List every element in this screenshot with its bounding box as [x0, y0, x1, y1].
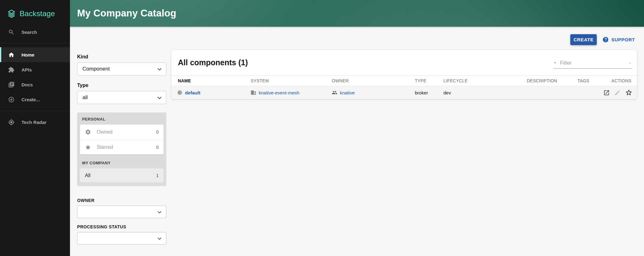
name-cell: default — [171, 90, 251, 95]
processing-status-filter-label: PROCESSING STATUS — [77, 224, 166, 229]
backstage-catalog-page: Backstage Search Home APIs Docs Create..… — [0, 0, 644, 256]
sidebar-divider — [0, 111, 70, 111]
brand-logo[interactable]: Backstage — [0, 0, 70, 20]
gear-icon — [85, 129, 91, 135]
backstage-logo-icon — [7, 9, 16, 18]
components-table-card: All components (1) NAME SYSTEM OWNER TYP… — [171, 50, 637, 99]
owner-filter-select[interactable] — [77, 206, 166, 218]
personal-picker-panel: Owned 0 Starred 0 — [80, 125, 164, 154]
all-filter-row[interactable]: All 1 — [80, 168, 164, 182]
type-filter-select[interactable]: all — [77, 91, 166, 104]
star-border-icon[interactable] — [625, 89, 632, 96]
open-in-new-icon[interactable] — [603, 89, 610, 96]
sidebar: Backstage Search Home APIs Docs Create..… — [0, 0, 70, 256]
column-header-system[interactable]: SYSTEM — [251, 78, 332, 83]
type-filter-label: Type — [77, 83, 166, 88]
sidebar-item-label: Docs — [21, 82, 33, 87]
star-icon — [85, 144, 91, 150]
brand-name: Backstage — [20, 9, 55, 18]
support-label: SUPPORT — [611, 37, 635, 42]
column-header-lifecycle[interactable]: LIFECYCLE — [443, 78, 527, 83]
processing-status-filter-select[interactable] — [77, 232, 166, 245]
starred-filter-row[interactable]: Starred 0 — [80, 139, 164, 154]
sidebar-item-tech-radar[interactable]: Tech Radar — [0, 115, 70, 130]
column-header-owner[interactable]: OWNER — [332, 78, 415, 83]
kind-filter-value: Component — [82, 66, 110, 72]
owner-group-icon — [332, 90, 337, 95]
radar-target-icon — [8, 119, 15, 126]
sidebar-item-create[interactable]: Create... — [0, 92, 70, 107]
table-row: default knative-event-mesh knative broke… — [171, 86, 637, 99]
table-column-headers: NAME SYSTEM OWNER TYPE LIFECYCLE DESCRIP… — [171, 75, 637, 86]
type-filter-value: all — [82, 94, 88, 101]
chevron-down-icon — [155, 94, 164, 102]
add-circle-icon — [8, 96, 15, 103]
sidebar-item-label: Tech Radar — [21, 120, 47, 125]
system-cell: knative-event-mesh — [251, 90, 332, 95]
company-section-title: MY COMPANY — [82, 161, 164, 165]
column-header-description[interactable]: DESCRIPTION — [527, 78, 577, 83]
owned-filter-label: Owned — [97, 129, 156, 135]
entity-picker-card: PERSONAL Owned 0 Starred 0 MY COMPANY Al… — [77, 112, 166, 186]
type-cell: broker — [415, 90, 443, 95]
sidebar-item-label: Home — [21, 52, 35, 57]
all-count: 1 — [156, 173, 159, 178]
kind-filter-select[interactable]: Component — [77, 62, 166, 75]
owned-filter-row[interactable]: Owned 0 — [80, 125, 164, 139]
chevron-down-icon — [155, 65, 164, 73]
home-icon — [8, 52, 15, 58]
sidebar-item-search[interactable]: Search — [0, 25, 70, 39]
table-filter-input[interactable] — [560, 60, 629, 66]
column-header-type[interactable]: TYPE — [415, 78, 443, 83]
component-chip-icon — [177, 90, 183, 95]
sidebar-item-label: Create... — [21, 97, 40, 102]
chevron-down-icon — [156, 235, 163, 242]
owned-count: 0 — [156, 130, 159, 135]
starred-filter-label: Starred — [97, 144, 156, 150]
column-header-actions: ACTIONS — [603, 78, 637, 83]
filters-panel: Kind Component Type all PERSONAL Owned 0 — [77, 54, 166, 245]
lifecycle-cell: dev — [443, 90, 527, 95]
all-filter-label: All — [85, 173, 156, 178]
table-title: All components (1) — [178, 58, 248, 67]
support-button[interactable]: SUPPORT — [602, 34, 635, 45]
help-icon — [602, 36, 609, 43]
edit-pencil-icon[interactable] — [614, 89, 621, 96]
sidebar-item-apis[interactable]: APIs — [0, 62, 70, 77]
personal-section-title: PERSONAL — [82, 117, 164, 121]
search-icon — [8, 29, 15, 35]
starred-count: 0 — [156, 145, 159, 150]
page-title: My Company Catalog — [70, 8, 176, 19]
create-button[interactable]: CREATE — [570, 34, 597, 45]
table-filter-box — [553, 57, 632, 69]
filter-list-icon — [554, 60, 556, 66]
puzzle-icon — [8, 66, 15, 73]
entity-name-link[interactable]: default — [185, 90, 200, 95]
system-building-icon — [251, 90, 256, 95]
kind-filter-label: Kind — [77, 54, 166, 60]
sidebar-item-label: Search — [21, 30, 37, 35]
sidebar-item-home[interactable]: Home — [0, 47, 70, 62]
owner-cell: knative — [332, 90, 415, 95]
page-header: My Company Catalog — [70, 0, 644, 27]
column-header-name[interactable]: NAME — [171, 78, 251, 83]
sidebar-divider — [0, 43, 70, 43]
owner-filter-label: OWNER — [77, 198, 166, 203]
active-indicator — [0, 47, 1, 62]
table-header-bar: All components (1) — [171, 50, 637, 75]
sidebar-item-label: APIs — [21, 67, 32, 72]
docs-icon — [8, 81, 15, 88]
clear-filter-icon[interactable] — [629, 60, 631, 66]
owner-link[interactable]: knative — [340, 90, 355, 95]
actions-cell — [603, 89, 637, 96]
system-link[interactable]: knative-event-mesh — [259, 90, 299, 95]
column-header-tags[interactable]: TAGS — [577, 78, 603, 83]
sidebar-item-docs[interactable]: Docs — [0, 77, 70, 92]
chevron-down-icon — [156, 208, 163, 216]
